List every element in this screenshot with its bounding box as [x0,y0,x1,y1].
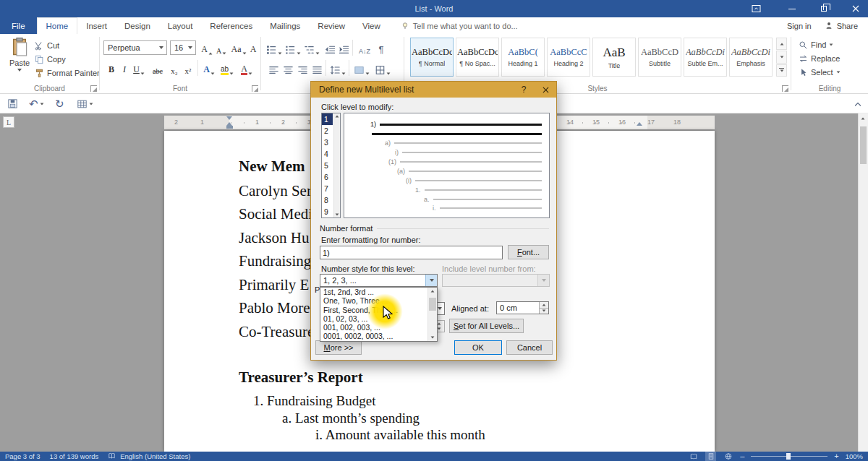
tab-file[interactable]: File [0,17,37,34]
style-subtle-emphasis[interactable]: AaBbCcDiSubtle Em... [684,38,727,77]
font-color-button[interactable]: A [238,61,255,75]
left-indent-marker[interactable] [226,126,233,129]
dropdown-option[interactable]: 01, 02, 03, ... [320,314,427,323]
grow-font-button[interactable]: A [200,40,214,55]
zoom-thumb[interactable] [786,453,791,460]
redo-button[interactable]: ↻ [55,96,64,111]
level-item-7[interactable]: 7 [322,183,333,194]
dropdown-scrollbar[interactable] [427,288,437,341]
level-item-9[interactable]: 9 [322,206,333,217]
font-size-combo[interactable]: 16 [170,40,196,55]
tell-me-box[interactable]: Tell me what you want to do... [401,17,518,34]
sort-button[interactable]: A↓Z [355,40,374,55]
styles-scroll-down[interactable] [776,51,787,63]
restore-button[interactable] [812,0,836,17]
styles-dialog-launcher-icon[interactable] [782,85,788,92]
style-no-spacing[interactable]: AaBbCcDc¶ No Spac... [456,38,499,77]
scrollbar-thumb[interactable] [860,126,867,164]
dialog-close-button[interactable] [535,82,556,98]
read-mode-button[interactable] [688,452,699,461]
shading-button[interactable] [352,61,371,75]
level-item-6[interactable]: 6 [322,171,333,183]
style-heading1[interactable]: AaBbC(Heading 1 [501,38,545,77]
dropdown-option[interactable]: First, Second, Third ... [320,306,427,314]
tab-stop-selector[interactable]: L [3,116,14,128]
number-style-dropdown[interactable]: 1st, 2nd, 3rd ... One, Two, Three ... Fi… [320,287,438,342]
sign-in-link[interactable]: Sign in [787,22,812,30]
ok-button[interactable]: OK [454,340,502,355]
superscript-button[interactable]: x² [182,61,195,75]
style-heading2[interactable]: AaBbCcCHeading 2 [547,38,590,77]
change-case-button[interactable]: Aa [230,40,247,55]
justify-button[interactable] [310,61,323,75]
tab-layout[interactable]: Layout [159,17,202,34]
level-item-5[interactable]: 5 [322,160,333,171]
dropdown-option[interactable]: One, Two, Three ... [320,296,427,305]
decrease-indent-button[interactable] [323,40,336,55]
combo-arrow[interactable] [425,275,437,286]
text-effects-button[interactable]: A [201,61,217,75]
spinner-arrows[interactable] [539,302,548,314]
clipboard-dialog-launcher-icon[interactable] [90,85,97,92]
word-count[interactable]: 13 of 139 words [50,452,99,460]
spinner-down-icon[interactable] [540,309,548,314]
level-item-4[interactable]: 4 [322,148,333,160]
format-painter-button[interactable]: Format Painter [35,66,100,79]
styles-gallery-more[interactable] [776,64,787,77]
print-layout-button[interactable] [705,452,716,461]
scroll-up-icon[interactable] [431,290,435,292]
dropdown-option[interactable]: 1st, 2nd, 3rd ... [320,288,427,296]
number-format-input[interactable] [320,246,503,259]
dropdown-option[interactable]: 0001, 0002, 0003, ... [320,332,427,340]
table-tool-button[interactable] [77,96,93,111]
select-button[interactable]: Select [799,66,841,79]
close-button[interactable] [843,0,868,17]
line-spacing-button[interactable] [328,61,347,75]
scroll-down-icon[interactable] [336,213,339,215]
level-item-1[interactable]: 1 [322,113,333,125]
set-for-all-levels-button[interactable]: Set for All Levels... [449,319,524,333]
show-hide-pilcrow-button[interactable]: ¶ [375,40,387,55]
level-listbox[interactable]: 1 2 3 4 5 6 7 8 9 [321,113,341,218]
scroll-down-icon[interactable] [431,336,435,338]
first-line-indent-marker[interactable] [226,116,232,120]
cancel-button[interactable]: Cancel [506,340,553,355]
copy-button[interactable]: Copy [35,53,66,66]
font-dialog-launcher-icon[interactable] [252,85,258,92]
strikethrough-button[interactable]: abc [149,61,166,75]
minimize-button[interactable] [780,0,804,17]
find-button[interactable]: Find [799,38,833,51]
subscript-button[interactable]: x₂ [168,61,181,75]
zoom-out-button[interactable]: – [740,452,744,461]
language-indicator[interactable]: English (United States) [120,452,190,460]
collapse-ribbon-button[interactable] [854,98,862,111]
more-button[interactable]: More >> [315,340,362,355]
undo-button[interactable]: ↶ [29,96,44,111]
shrink-font-button[interactable]: A [214,40,229,55]
numbering-button[interactable] [284,40,302,55]
align-center-button[interactable] [281,61,294,75]
ribbon-display-options-icon[interactable] [744,0,768,17]
right-indent-marker[interactable] [637,122,642,126]
vertical-scrollbar[interactable] [858,113,868,452]
style-emphasis[interactable]: AaBbCcDiEmphasis [729,38,773,77]
zoom-level[interactable]: 100% [846,452,863,460]
dropdown-option[interactable]: 001, 002, 003, ... [320,323,427,332]
align-left-button[interactable] [267,61,280,75]
level-item-2[interactable]: 2 [322,125,333,137]
dialog-help-button[interactable]: ? [513,82,535,98]
cut-button[interactable]: Cut [35,39,59,52]
borders-button[interactable] [373,61,392,75]
italic-button[interactable]: I [119,61,129,75]
underline-button[interactable]: U [131,61,147,75]
tab-design[interactable]: Design [116,17,159,34]
paste-button[interactable]: Paste [5,37,34,85]
styles-scroll-up[interactable] [776,38,787,50]
level-item-3[interactable]: 3 [322,137,333,148]
bullets-button[interactable] [265,40,283,55]
share-button[interactable]: Share [825,21,858,30]
tab-home[interactable]: Home [37,17,78,34]
page-indicator[interactable]: Page 3 of 3 [5,452,41,460]
tab-references[interactable]: References [201,17,261,34]
clear-formatting-button[interactable]: A [247,40,259,55]
